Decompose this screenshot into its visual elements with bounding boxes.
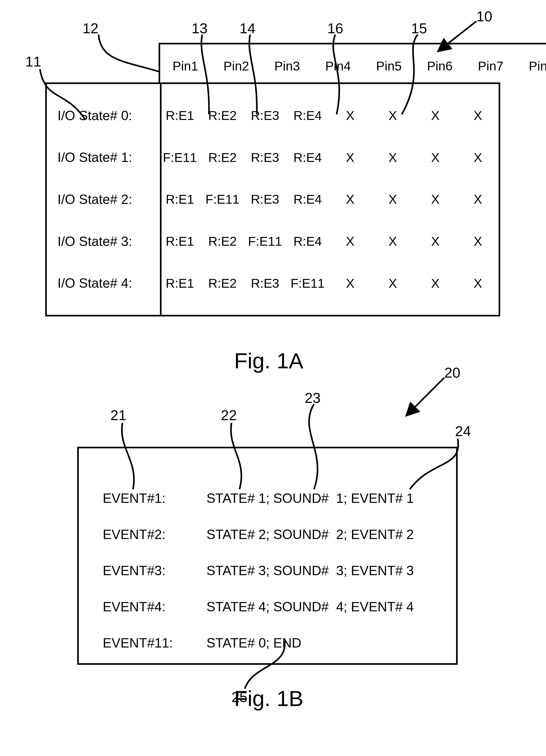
cell-r2c6: X [414, 192, 457, 207]
leader-curve-12 [93, 29, 162, 90]
callout-11: 11 [25, 53, 41, 70]
cell-r3c3: R:E4 [286, 234, 329, 249]
cell-r1c2: R:E3 [244, 150, 286, 165]
leader-curve-24 [399, 433, 463, 495]
cell-r2c5: X [372, 192, 414, 207]
svg-line-0 [439, 21, 476, 51]
event4-label: EVENT#4: [103, 599, 206, 615]
cell-r4c4: X [329, 276, 372, 291]
caption-fig-1a: Fig. 1A [215, 348, 322, 373]
fig1a-data-grid: R:E1 R:E2 R:E3 R:E4 X X X X F:E11 R:E2 R… [158, 84, 499, 315]
leader-curve-13 [194, 29, 226, 117]
pin7-header: Pin7 [465, 59, 516, 73]
cell-r1c7: X [457, 150, 499, 165]
pin8-header: Pin8 [516, 59, 546, 73]
cell-r2c2: R:E3 [244, 192, 286, 207]
event4-body: STATE# 4; SOUND# 4; EVENT# 4 [206, 599, 414, 615]
callout-22: 22 [221, 407, 237, 423]
table-row: R:E1 R:E2 F:E11 R:E4 X X X X [158, 233, 499, 249]
state1-label: I/O State# 1: [47, 150, 158, 165]
callout-13: 13 [191, 20, 207, 36]
cell-r0c7: X [457, 108, 499, 123]
leader-curve-16 [319, 29, 357, 117]
state3-label: I/O State# 3: [47, 234, 158, 249]
cell-r4c6: X [414, 276, 457, 291]
cell-r2c0: R:E1 [158, 192, 201, 207]
callout-25: 25 [231, 689, 247, 705]
cell-r1c4: X [329, 150, 372, 165]
fig1a-table: Pin1 Pin2 Pin3 Pin4 Pin5 Pin6 Pin7 Pin8 … [45, 82, 500, 316]
event2-label: EVENT#2: [103, 527, 206, 542]
leader-curve-14 [242, 29, 274, 117]
cell-r3c2: F:E11 [244, 234, 286, 249]
leader-curve-15 [381, 29, 434, 117]
cell-r3c6: X [414, 234, 457, 249]
cell-r1c5: X [372, 150, 414, 165]
callout-15: 15 [411, 20, 427, 36]
event2-body: STATE# 2; SOUND# 2; EVENT# 2 [206, 527, 414, 542]
callout-10: 10 [476, 8, 492, 24]
leader-curve-23 [293, 399, 335, 492]
svg-line-1 [407, 378, 444, 415]
arrow-icon [399, 375, 452, 420]
table-row: R:E1 R:E2 R:E3 F:E11 X X X X [158, 275, 499, 291]
cell-r3c0: R:E1 [158, 234, 201, 249]
cell-r1c3: R:E4 [286, 150, 329, 165]
cell-r4c2: R:E3 [244, 276, 286, 291]
cell-r2c1: F:E11 [201, 192, 244, 207]
cell-r4c1: R:E2 [201, 276, 244, 291]
event11-label: EVENT#11: [103, 635, 206, 651]
cell-r3c7: X [457, 234, 499, 249]
leader-curve-11 [35, 64, 93, 125]
event1-label: EVENT#1: [103, 491, 206, 506]
cell-r4c5: X [372, 276, 414, 291]
table-row: F:E11 R:E2 R:E3 R:E4 X X X X [158, 149, 499, 165]
cell-r2c7: X [457, 192, 499, 207]
cell-r1c0: F:E11 [158, 150, 201, 165]
leader-curve-25 [237, 641, 290, 694]
callout-23: 23 [305, 390, 321, 406]
leader-curve-21 [117, 417, 149, 492]
callout-21: 21 [110, 407, 126, 423]
cell-r1c1: R:E2 [201, 150, 244, 165]
cell-r1c6: X [414, 150, 457, 165]
event-row: EVENT#3: STATE# 3; SOUND# 3; EVENT# 3 [79, 553, 456, 589]
cell-r2c3: R:E4 [286, 192, 329, 207]
callout-16: 16 [327, 20, 343, 36]
cell-r3c4: X [329, 234, 372, 249]
table-row: R:E1 F:E11 R:E3 R:E4 X X X X [158, 191, 499, 207]
event-row: EVENT#2: STATE# 2; SOUND# 2; EVENT# 2 [79, 516, 456, 553]
event-row: EVENT#4: STATE# 4; SOUND# 4; EVENT# 4 [79, 589, 456, 625]
event3-label: EVENT#3: [103, 563, 206, 578]
event1-body: STATE# 1; SOUND# 1; EVENT# 1 [206, 491, 414, 506]
cell-r4c7: X [457, 276, 499, 291]
state2-label: I/O State# 2: [47, 192, 158, 207]
event3-body: STATE# 3; SOUND# 3; EVENT# 3 [206, 563, 414, 578]
callout-14: 14 [239, 20, 255, 36]
leader-curve-22 [226, 417, 258, 492]
cell-r3c1: R:E2 [201, 234, 244, 249]
cell-r4c0: R:E1 [158, 276, 201, 291]
page: Pin1 Pin2 Pin3 Pin4 Pin5 Pin6 Pin7 Pin8 … [0, 0, 546, 756]
cell-r4c3: F:E11 [286, 276, 329, 291]
cell-r3c5: X [372, 234, 414, 249]
callout-20: 20 [444, 364, 460, 381]
callout-12: 12 [82, 20, 98, 36]
cell-r2c4: X [329, 192, 372, 207]
state4-label: I/O State# 4: [47, 275, 158, 291]
callout-24: 24 [455, 423, 471, 439]
